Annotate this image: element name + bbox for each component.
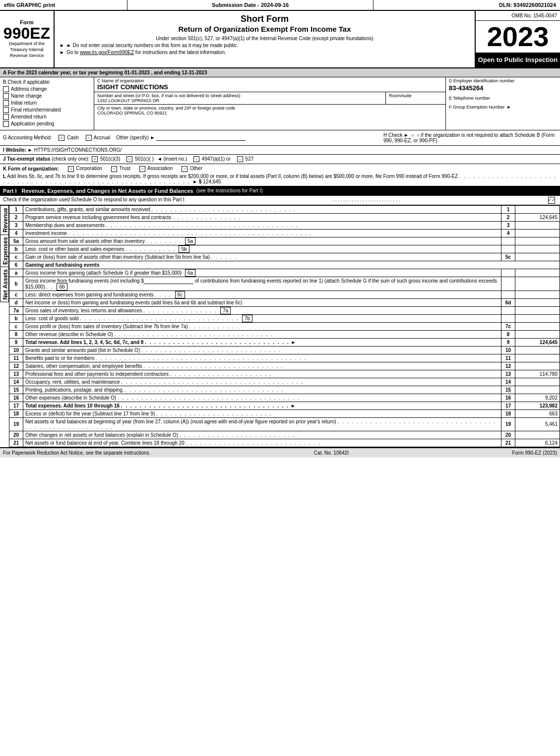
- part1-checkbox[interactable]: ✓: [548, 197, 555, 204]
- year-box: 2023: [476, 21, 560, 53]
- row13-desc: Professional fees and other payments to …: [23, 370, 501, 378]
- dln: DLN: 93492260021024: [373, 0, 560, 10]
- row1-colnum: 1: [501, 205, 515, 213]
- accounting-section: G Accounting Method: Cash ○ Accrual Othe…: [0, 130, 560, 146]
- row6b-col: 6b: [57, 283, 67, 291]
- org-center: C Name of organization ISIGHT CONNECTION…: [94, 77, 446, 130]
- address-value: 1332 LOOKOUT SPRINGS DR: [97, 98, 382, 103]
- open-to-public-box: Open to Public Inspection: [476, 53, 560, 67]
- tax-501c-checkbox[interactable]: ○: [126, 156, 132, 162]
- row8-desc: Other revenue (describe in Schedule O) .…: [23, 330, 501, 338]
- form-sub: Department of the Treasury Internal Reve…: [2, 41, 52, 58]
- row15-desc: Printing, publications, postage, and shi…: [23, 386, 501, 394]
- accounting-right: H Check ► ○ ○ if the organization is not…: [383, 132, 557, 143]
- revenue-row-1: 1 Contributions, gifts, grants, and simi…: [9, 205, 560, 213]
- group-arrow-icon: ►: [507, 105, 511, 110]
- row1-num: 1: [9, 205, 23, 213]
- tax-501c3-checkbox[interactable]: [92, 156, 98, 162]
- row5b-num: b: [9, 245, 23, 253]
- row5b-col: 5b: [179, 245, 189, 253]
- row7a-col: 7a: [220, 307, 231, 314]
- row7b-amount: [515, 314, 560, 322]
- row13-amount: 114,780: [515, 370, 560, 378]
- amended-return-label: Amended return: [11, 114, 47, 119]
- row6d-desc: Net income or (loss) from gaming and fun…: [23, 298, 501, 306]
- expenses-row-16: 16 Other expenses (describe in Schedule …: [9, 394, 560, 402]
- row11-desc: Benefits paid to or for members . . . . …: [23, 354, 501, 362]
- check-applicable-label: B Check if applicable:: [3, 79, 91, 85]
- group-label: F Group Exemption Number: [449, 105, 505, 110]
- website-label: I Website: ►: [3, 147, 33, 153]
- row2-desc: Program service revenue including govern…: [23, 213, 501, 221]
- city-label: City or town, state or province, country…: [97, 106, 442, 111]
- revenue-row-7b: b Less: cost of goods sold . . . . . . .…: [9, 314, 560, 322]
- part1-label: Part I: [3, 188, 17, 194]
- final-return-checkbox[interactable]: [3, 107, 9, 113]
- name-change-checkbox[interactable]: [3, 93, 9, 99]
- tax-4947-checkbox[interactable]: ○: [193, 156, 199, 162]
- row14-colnum: 14: [501, 378, 515, 386]
- row3-desc: Membership dues and assessments . . . . …: [23, 221, 501, 229]
- revenue-row-4: 4 Investment income . . . . . . . . . . …: [9, 229, 560, 237]
- row2-num: 2: [9, 213, 23, 221]
- row7a-amount: [515, 306, 560, 314]
- row5c-colnum: 5c: [501, 253, 515, 261]
- row16-desc: Other expenses (describe in Schedule O) …: [23, 394, 501, 402]
- row7c-colnum: 7c: [501, 322, 515, 330]
- row6c-colnum: [501, 291, 515, 298]
- phone-label: E Telephone number: [449, 96, 557, 101]
- revenue-row-7c: c Gross profit or (loss) from sales of i…: [9, 322, 560, 330]
- row11-amount: [515, 354, 560, 362]
- org-name-label: C Name of organization: [97, 78, 442, 83]
- kl-section: K Form of organization: ○ Corporation ○ …: [0, 164, 560, 186]
- k-corp-checkbox[interactable]: ○: [68, 166, 74, 172]
- row20-amount: [515, 431, 560, 439]
- insert-no: ◄ (insert no.): [157, 156, 187, 162]
- row5b-desc: Less: cost or other basis and sales expe…: [23, 245, 501, 253]
- section-a-label: A For the 2023 calendar year, or tax yea…: [3, 70, 207, 75]
- row16-num: 16: [9, 394, 23, 402]
- check-initial-return: Initial return: [3, 100, 91, 106]
- k-other-checkbox[interactable]: ○: [182, 166, 187, 172]
- row10-desc: Grants and similar amounts paid (list in…: [23, 346, 501, 354]
- row12-amount: [515, 362, 560, 370]
- main-table-area: Revenue Expenses Net Assets 1 Contributi…: [0, 205, 560, 447]
- row6c-amount: [515, 291, 560, 298]
- row2-colnum: 2: [501, 213, 515, 221]
- return-title: Return of Organization Exempt From Incom…: [60, 25, 470, 34]
- expenses-row-15: 15 Printing, publications, postage, and …: [9, 386, 560, 394]
- row6-num: 6: [9, 261, 23, 269]
- row14-amount: [515, 378, 560, 386]
- address-row: Number and street (or P.O. box, if mail …: [94, 92, 445, 105]
- row6-desc: Gaming and fundraising events: [23, 261, 560, 269]
- app-pending-checkbox[interactable]: [3, 121, 9, 127]
- cash-checkbox[interactable]: [59, 135, 64, 141]
- tax-527-checkbox[interactable]: ○: [237, 156, 243, 162]
- check-name-change: Name change: [3, 93, 91, 99]
- part1-dots: . . . . . . . . . . . . . . . . . . . . …: [332, 197, 400, 204]
- title-note2: ► ► Do not enter social security numbers…: [60, 43, 470, 48]
- row3-colnum: 3: [501, 221, 515, 229]
- title-right: OMB No. 1545-0047 2023 Open to Public In…: [476, 11, 560, 67]
- org-info: B Check if applicable: Address change Na…: [0, 77, 560, 130]
- k-trust-checkbox[interactable]: ○: [111, 166, 117, 172]
- footer-right: Form 990-EZ (2023): [512, 450, 557, 456]
- row6d-amount: [515, 298, 560, 306]
- website-section: I Website: ► HTTPS://ISIGHTCONNECTIONS.O…: [0, 146, 560, 155]
- expenses-row-13: 13 Professional fees and other payments …: [9, 370, 560, 378]
- row8-amount: [515, 330, 560, 338]
- tax-exempt-section: J Tax-exempt status (check only one): 50…: [0, 155, 560, 165]
- expenses-row-17: 17 Total expenses. Add lines 10 through …: [9, 402, 560, 409]
- h-label: H Check ►: [383, 132, 409, 138]
- l-line: L Add lines 5b, 6c, and 7b to line 9 to …: [3, 174, 557, 184]
- net-assets-row-21: 21 Net assets or fund balances at end of…: [9, 439, 560, 447]
- address-change-checkbox[interactable]: [3, 86, 9, 92]
- amended-return-checkbox[interactable]: [3, 114, 9, 120]
- initial-return-checkbox[interactable]: [3, 100, 9, 106]
- row4-desc: Investment income . . . . . . . . . . . …: [23, 229, 501, 237]
- k-corp: ○ Corporation: [67, 166, 102, 172]
- k-assoc-checkbox[interactable]: ○: [139, 166, 145, 172]
- accrual-checkbox[interactable]: ○: [86, 135, 92, 141]
- row13-num: 13: [9, 370, 23, 378]
- check-final-return: Final return/terminated: [3, 107, 91, 113]
